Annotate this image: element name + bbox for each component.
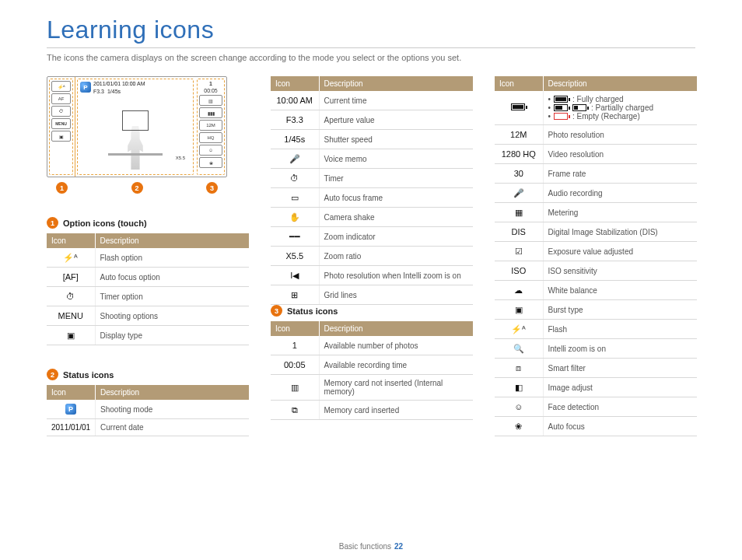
- desc-cell: Shooting mode: [96, 400, 249, 419]
- table-row: ⊞Grid lines: [271, 285, 473, 305]
- table-row: I◀Photo resolution when Intelli zoom is …: [271, 266, 473, 285]
- icon-cell: ⏱: [47, 287, 95, 306]
- desc-cell: Memory card inserted: [319, 401, 473, 420]
- table-row: 1/45sShutter speed: [271, 130, 473, 149]
- table-row: 1280 HQVideo resolution: [495, 145, 697, 164]
- th-desc: Description: [96, 385, 249, 400]
- table-row: ⧉Memory card inserted: [271, 401, 473, 420]
- table-row: 12MPhoto resolution: [495, 125, 697, 145]
- table-option-icons: Icon Description ⚡ᴬFlash option[AF]Auto …: [47, 233, 249, 345]
- icon-cell: ☺: [495, 397, 543, 417]
- table-status-b: Icon Description 10:00 AMCurrent timeF3.…: [271, 76, 473, 305]
- section2-heading: 2 Status icons: [47, 369, 249, 380]
- icon-cell: X5.5: [271, 247, 319, 266]
- table-row: ━━Zoom indicator: [271, 227, 473, 247]
- table-row: ▣Burst type: [495, 300, 697, 320]
- icon-cell: ⊞: [271, 285, 319, 305]
- desc-cell: Frame rate: [543, 164, 697, 184]
- datetime-text: 2011/01/01 10:00 AM: [93, 81, 145, 86]
- desc-cell: Image adjust: [543, 378, 697, 397]
- desc-cell: Photo resolution: [543, 125, 697, 145]
- page-title: Learning icons: [47, 16, 695, 48]
- battery-partial: : Partially charged: [548, 103, 693, 112]
- desc-cell: Smart filter: [543, 359, 697, 378]
- exposure-text: F3.3 1/45s: [93, 89, 121, 94]
- icon-cell: ⏱: [271, 169, 319, 188]
- icon-cell: 1280 HQ: [495, 145, 543, 164]
- th-desc: Description: [319, 321, 473, 336]
- table-row: 30Frame rate: [495, 164, 697, 184]
- icon-cell: ⧈: [495, 359, 543, 378]
- table-row: X5.5Zoom ratio: [271, 247, 473, 266]
- table-row: ☑Exposure value adjusted: [495, 242, 697, 261]
- display-icon: ▣: [51, 131, 71, 142]
- icon-cell: 🔍: [495, 339, 543, 359]
- desc-cell: Display type: [95, 326, 249, 345]
- icon-cell: ▭: [271, 188, 319, 208]
- icon-cell: ◧: [495, 378, 543, 397]
- table-row: ⏱Timer option: [47, 287, 249, 306]
- battery-full: : Fully charged: [548, 95, 693, 103]
- icon-cell: P: [47, 400, 96, 419]
- desc-cell: Current date: [96, 419, 249, 436]
- diagram-callouts: 1 2 3: [47, 177, 227, 194]
- table-row: MENUShooting options: [47, 306, 249, 326]
- th-desc: Description: [95, 233, 249, 248]
- desc-cell: Available number of photos: [319, 336, 473, 355]
- icon-cell: ⚡ᴬ: [47, 248, 95, 268]
- battery-row: : Fully charged : Partially charged : Em…: [495, 91, 697, 125]
- badge-3: 3: [271, 305, 282, 317]
- table-status3: Icon Description 1Available number of ph…: [271, 321, 473, 420]
- icon-cell: MENU: [47, 306, 95, 326]
- desc-cell: Intelli zoom is on: [543, 339, 697, 359]
- icon-cell: 1/45s: [271, 130, 319, 149]
- table-row: ▥Memory card not inserted (Internal memo…: [271, 375, 473, 401]
- desc-cell: Memory card not inserted (Internal memor…: [319, 375, 473, 401]
- table-row: ✋Camera shake: [271, 208, 473, 227]
- th-icon: Icon: [495, 76, 543, 91]
- icon-cell: ☁: [495, 281, 543, 300]
- page-intro: The icons the camera displays on the scr…: [47, 53, 695, 62]
- table-row: ISOISO sensitivity: [495, 261, 697, 281]
- icon-cell: ⚡ᴬ: [495, 320, 543, 339]
- desc-cell: Auto focus frame: [319, 188, 473, 208]
- rec-time: 00:05: [199, 88, 222, 93]
- icon-cell: ▣: [495, 300, 543, 320]
- table-row: 2011/01/01Current date: [47, 419, 249, 436]
- table-row: ▦Metering: [495, 203, 697, 222]
- af-icon: AF: [51, 93, 71, 104]
- desc-cell: Available recording time: [319, 355, 473, 375]
- icon-cell: ▥: [271, 375, 319, 401]
- icon-cell: ━━: [271, 227, 319, 247]
- res-icon: 12M: [199, 120, 222, 131]
- timer-icon: ⏱: [51, 106, 71, 117]
- desc-cell: Aperture value: [319, 110, 473, 130]
- af-frame: [122, 110, 149, 131]
- icon-cell: F3.3: [271, 110, 319, 130]
- zoom-bar: [108, 153, 163, 156]
- desc-cell: Video resolution: [543, 145, 697, 164]
- icon-cell: ISO: [495, 261, 543, 281]
- desc-cell: Zoom indicator: [319, 227, 473, 247]
- icon-cell: ☑: [495, 242, 543, 261]
- desc-cell: Digital Image Stabilization (DIS): [543, 222, 697, 242]
- table-row: ◧Image adjust: [495, 378, 697, 397]
- vid-icon: HQ: [199, 132, 222, 143]
- desc-cell: Face detection: [543, 397, 697, 417]
- desc-cell: Exposure value adjusted: [543, 242, 697, 261]
- icon-cell: ▣: [47, 326, 95, 345]
- icon-cell: ❀: [495, 417, 543, 436]
- desc-cell: Photo resolution when Intelli zoom is on: [319, 266, 473, 285]
- desc-cell: Camera shake: [319, 208, 473, 227]
- desc-cell: Metering: [543, 203, 697, 222]
- table-row: [AF]Auto focus option: [47, 268, 249, 287]
- subject-silhouette: [124, 126, 146, 170]
- desc-cell: White balance: [543, 281, 697, 300]
- table-row: ⧈Smart filter: [495, 359, 697, 378]
- icon-cell: ▦: [495, 203, 543, 222]
- table-row: ⚡ᴬFlash option: [47, 248, 249, 268]
- table-row: 10:00 AMCurrent time: [271, 91, 473, 110]
- th-desc: Description: [543, 76, 697, 91]
- icon-cell: ✋: [271, 208, 319, 227]
- icon-cell: 🎤: [495, 184, 543, 203]
